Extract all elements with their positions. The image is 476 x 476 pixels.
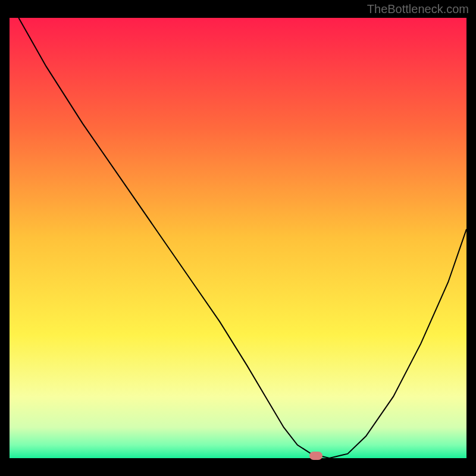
watermark-text: TheBottleneck.com [367, 2, 469, 16]
optimal-marker [309, 452, 322, 460]
plot-area [10, 18, 466, 458]
bottleneck-curve [10, 18, 466, 458]
